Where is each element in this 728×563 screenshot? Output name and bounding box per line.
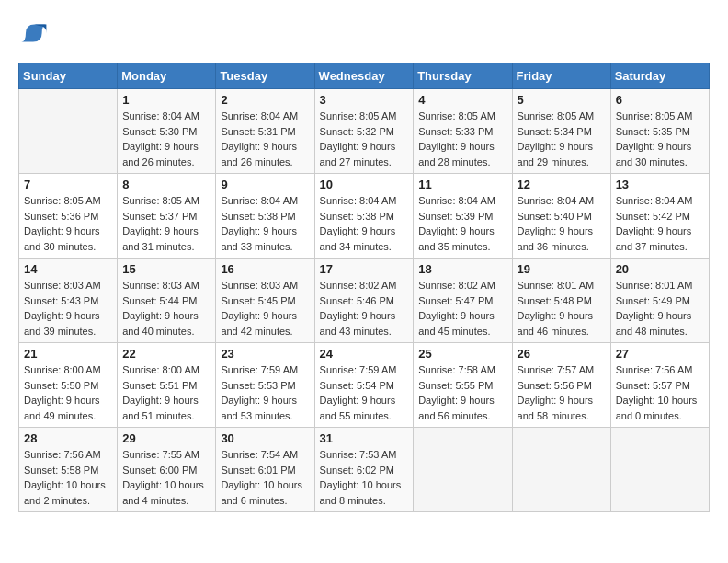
day-info: Sunrise: 8:04 AMSunset: 5:31 PMDaylight:… (221, 109, 309, 169)
day-number: 22 (122, 347, 210, 361)
day-info: Sunrise: 7:59 AMSunset: 5:54 PMDaylight:… (320, 362, 409, 423)
calendar-table: SundayMondayTuesdayWednesdayThursdayFrid… (18, 63, 710, 512)
calendar-cell: 26 Sunrise: 7:57 AMSunset: 5:56 PMDaylig… (512, 343, 610, 428)
day-number: 31 (320, 431, 409, 445)
day-number: 10 (320, 178, 409, 191)
day-number: 18 (418, 262, 506, 276)
calendar-cell: 17 Sunrise: 8:02 AMSunset: 5:46 PMDaylig… (314, 259, 414, 343)
day-info: Sunrise: 7:58 AMSunset: 5:55 PMDaylight:… (418, 362, 506, 423)
day-number: 25 (418, 347, 506, 361)
calendar-cell: 29 Sunrise: 7:55 AMSunset: 6:00 PMDaylig… (118, 428, 216, 512)
column-header-tuesday: Tuesday (216, 63, 314, 89)
calendar-cell (512, 428, 610, 512)
calendar-week-row: 28 Sunrise: 7:56 AMSunset: 5:58 PMDaylig… (19, 428, 710, 512)
calendar-cell: 30 Sunrise: 7:54 AMSunset: 6:01 PMDaylig… (216, 428, 314, 512)
calendar-cell: 16 Sunrise: 8:03 AMSunset: 5:45 PMDaylig… (216, 259, 314, 343)
column-header-saturday: Saturday (610, 63, 709, 89)
calendar-cell: 28 Sunrise: 7:56 AMSunset: 5:58 PMDaylig… (19, 428, 118, 512)
day-number: 1 (122, 93, 210, 107)
day-info: Sunrise: 7:56 AMSunset: 5:57 PMDaylight:… (616, 362, 704, 423)
day-number: 20 (616, 262, 704, 276)
calendar-cell: 14 Sunrise: 8:03 AMSunset: 5:43 PMDaylig… (19, 259, 118, 343)
day-number: 30 (221, 431, 309, 445)
calendar-cell: 6 Sunrise: 8:05 AMSunset: 5:35 PMDayligh… (610, 89, 709, 174)
day-info: Sunrise: 8:02 AMSunset: 5:46 PMDaylight:… (320, 278, 409, 339)
calendar-cell: 21 Sunrise: 8:00 AMSunset: 5:50 PMDaylig… (19, 343, 118, 428)
day-number: 11 (418, 178, 506, 191)
day-number: 15 (122, 262, 210, 276)
day-info: Sunrise: 8:03 AMSunset: 5:45 PMDaylight:… (221, 278, 309, 339)
day-number: 7 (24, 178, 112, 191)
day-info: Sunrise: 8:03 AMSunset: 5:44 PMDaylight:… (122, 278, 210, 339)
calendar-cell (414, 428, 512, 512)
calendar-cell: 3 Sunrise: 8:05 AMSunset: 5:32 PMDayligh… (314, 89, 414, 174)
calendar-header-row: SundayMondayTuesdayWednesdayThursdayFrid… (19, 63, 710, 89)
day-info: Sunrise: 8:04 AMSunset: 5:38 PMDaylight:… (320, 193, 409, 254)
day-number: 17 (320, 262, 409, 276)
day-number: 23 (221, 347, 309, 361)
header (18, 18, 710, 48)
calendar-week-row: 7 Sunrise: 8:05 AMSunset: 5:36 PMDayligh… (19, 174, 710, 259)
day-info: Sunrise: 8:05 AMSunset: 5:34 PMDaylight:… (518, 109, 606, 169)
column-header-sunday: Sunday (19, 63, 118, 89)
calendar-cell: 11 Sunrise: 8:04 AMSunset: 5:39 PMDaylig… (414, 174, 512, 259)
day-info: Sunrise: 8:04 AMSunset: 5:38 PMDaylight:… (221, 193, 309, 254)
calendar-cell: 24 Sunrise: 7:59 AMSunset: 5:54 PMDaylig… (314, 343, 414, 428)
day-info: Sunrise: 7:56 AMSunset: 5:58 PMDaylight:… (24, 447, 112, 508)
day-info: Sunrise: 8:04 AMSunset: 5:40 PMDaylight:… (518, 193, 606, 254)
day-number: 21 (24, 347, 112, 361)
calendar-cell: 4 Sunrise: 8:05 AMSunset: 5:33 PMDayligh… (414, 89, 512, 174)
calendar-week-row: 1 Sunrise: 8:04 AMSunset: 5:30 PMDayligh… (19, 89, 710, 174)
calendar-cell: 31 Sunrise: 7:53 AMSunset: 6:02 PMDaylig… (314, 428, 414, 512)
calendar-cell: 8 Sunrise: 8:05 AMSunset: 5:37 PMDayligh… (118, 174, 216, 259)
day-info: Sunrise: 8:05 AMSunset: 5:33 PMDaylight:… (418, 109, 506, 169)
calendar-cell: 27 Sunrise: 7:56 AMSunset: 5:57 PMDaylig… (610, 343, 709, 428)
day-info: Sunrise: 8:04 AMSunset: 5:42 PMDaylight:… (616, 193, 704, 254)
calendar-cell: 22 Sunrise: 8:00 AMSunset: 5:51 PMDaylig… (118, 343, 216, 428)
calendar-cell: 9 Sunrise: 8:04 AMSunset: 5:38 PMDayligh… (216, 174, 314, 259)
calendar-week-row: 21 Sunrise: 8:00 AMSunset: 5:50 PMDaylig… (19, 343, 710, 428)
column-header-wednesday: Wednesday (314, 63, 414, 89)
day-info: Sunrise: 8:02 AMSunset: 5:47 PMDaylight:… (418, 278, 506, 339)
day-number: 28 (24, 431, 112, 445)
logo-icon (18, 18, 48, 48)
day-info: Sunrise: 7:55 AMSunset: 6:00 PMDaylight:… (122, 447, 210, 508)
calendar-cell: 5 Sunrise: 8:05 AMSunset: 5:34 PMDayligh… (512, 89, 610, 174)
column-header-friday: Friday (512, 63, 610, 89)
day-info: Sunrise: 8:05 AMSunset: 5:35 PMDaylight:… (616, 109, 704, 169)
day-info: Sunrise: 8:04 AMSunset: 5:39 PMDaylight:… (418, 193, 506, 254)
day-number: 8 (122, 178, 210, 191)
calendar-cell (19, 89, 118, 174)
day-number: 13 (616, 178, 704, 191)
day-number: 29 (122, 431, 210, 445)
day-info: Sunrise: 8:01 AMSunset: 5:48 PMDaylight:… (518, 278, 606, 339)
calendar-cell: 7 Sunrise: 8:05 AMSunset: 5:36 PMDayligh… (19, 174, 118, 259)
logo (18, 18, 51, 48)
day-number: 9 (221, 178, 309, 191)
calendar-week-row: 14 Sunrise: 8:03 AMSunset: 5:43 PMDaylig… (19, 259, 710, 343)
calendar-cell: 18 Sunrise: 8:02 AMSunset: 5:47 PMDaylig… (414, 259, 512, 343)
day-number: 24 (320, 347, 409, 361)
day-number: 4 (418, 93, 506, 107)
column-header-thursday: Thursday (414, 63, 512, 89)
day-info: Sunrise: 7:59 AMSunset: 5:53 PMDaylight:… (221, 362, 309, 423)
day-number: 12 (518, 178, 606, 191)
day-info: Sunrise: 8:03 AMSunset: 5:43 PMDaylight:… (24, 278, 112, 339)
calendar-cell: 12 Sunrise: 8:04 AMSunset: 5:40 PMDaylig… (512, 174, 610, 259)
day-number: 27 (616, 347, 704, 361)
day-info: Sunrise: 8:04 AMSunset: 5:30 PMDaylight:… (122, 109, 210, 169)
day-number: 16 (221, 262, 309, 276)
day-info: Sunrise: 8:05 AMSunset: 5:36 PMDaylight:… (24, 193, 112, 254)
day-info: Sunrise: 8:05 AMSunset: 5:32 PMDaylight:… (320, 109, 409, 169)
day-number: 19 (518, 262, 606, 276)
day-number: 2 (221, 93, 309, 107)
day-number: 14 (24, 262, 112, 276)
calendar-cell: 10 Sunrise: 8:04 AMSunset: 5:38 PMDaylig… (314, 174, 414, 259)
day-info: Sunrise: 8:05 AMSunset: 5:37 PMDaylight:… (122, 193, 210, 254)
day-info: Sunrise: 7:57 AMSunset: 5:56 PMDaylight:… (518, 362, 606, 423)
day-info: Sunrise: 7:54 AMSunset: 6:01 PMDaylight:… (221, 447, 309, 508)
calendar-cell: 15 Sunrise: 8:03 AMSunset: 5:44 PMDaylig… (118, 259, 216, 343)
calendar-cell (610, 428, 709, 512)
day-info: Sunrise: 8:00 AMSunset: 5:51 PMDaylight:… (122, 362, 210, 423)
calendar-cell: 23 Sunrise: 7:59 AMSunset: 5:53 PMDaylig… (216, 343, 314, 428)
